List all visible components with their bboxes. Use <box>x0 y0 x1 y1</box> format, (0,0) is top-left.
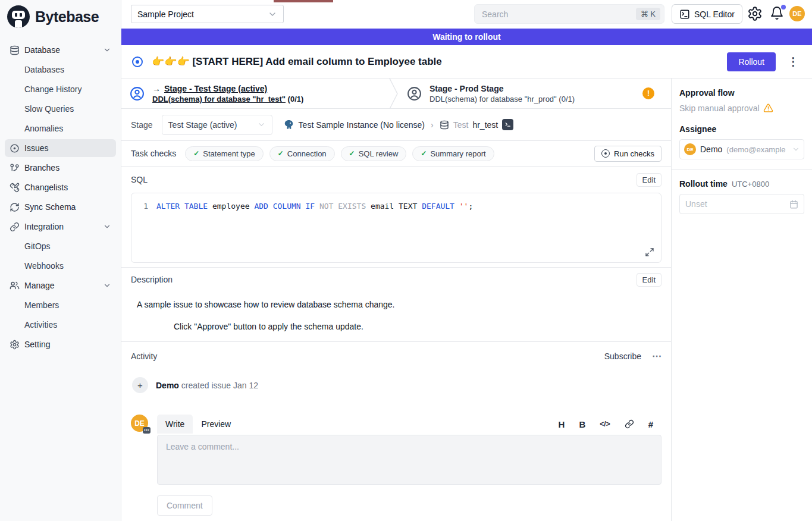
assignee-select[interactable]: DE Demo (demo@example <box>679 139 804 159</box>
open-sql-editor-icon[interactable] <box>502 119 513 130</box>
sidebar-item-branches[interactable]: Branches <box>5 159 116 177</box>
comment-submit-button[interactable]: Comment <box>157 495 212 516</box>
instance-link[interactable]: Test Sample Instance (No license) <box>299 120 425 130</box>
check-pill-sql-review[interactable]: ✓SQL review <box>341 146 407 161</box>
stage-separator-chevron <box>389 79 399 109</box>
stage-dropdown-value: Test Stage (active) <box>168 120 237 130</box>
sidebar-item-changelists[interactable]: Changelists <box>5 178 116 196</box>
users-icon <box>10 281 20 291</box>
calendar-icon <box>789 200 798 209</box>
approval-flow-title: Approval flow <box>679 88 804 98</box>
user-avatar[interactable]: DE <box>789 6 805 21</box>
stage-test-title: Stage - Test Stage (active) <box>164 84 267 93</box>
stage-label: Stage <box>131 120 153 130</box>
sidebar-item-members[interactable]: Members <box>5 296 116 314</box>
sidebar-item-webhooks[interactable]: Webhooks <box>5 257 116 275</box>
notification-dot <box>781 5 786 10</box>
ellipsis-menu-icon[interactable]: ⋯ <box>652 350 661 362</box>
hash-icon[interactable]: # <box>648 419 653 429</box>
issue-sidebar: Approval flow Skip manual approval Assig… <box>671 79 812 521</box>
rollout-time-value: Unset <box>685 199 707 209</box>
database-icon <box>440 120 449 130</box>
project-selector[interactable]: Sample Project <box>131 5 284 23</box>
comment-textarea[interactable] <box>157 435 661 485</box>
search-placeholder: Search <box>482 10 508 19</box>
sidebar-item-slow-queries[interactable]: Slow Queries <box>5 100 116 118</box>
task-checks-row: Task checks ✓Statement type ✓Connection … <box>121 141 671 167</box>
pencil-ruler-icon <box>10 183 20 193</box>
code-icon[interactable]: </> <box>600 420 610 428</box>
current-stage-arrow: → <box>152 84 161 93</box>
sidebar-item-manage[interactable]: Manage <box>5 277 116 294</box>
sql-code-block[interactable]: 1 ALTER TABLE employee ADD COLUMN IF NOT… <box>131 193 661 263</box>
stage-dropdown[interactable]: Test Stage (active) <box>162 115 272 135</box>
warning-triangle-icon <box>763 103 773 113</box>
description-section-header: Description Edit <box>121 268 671 291</box>
settings-gear-icon[interactable] <box>747 6 763 21</box>
top-bar: Sample Project Search ⌘ K SQL Editor DE <box>121 0 812 29</box>
run-checks-button[interactable]: Run checks <box>594 146 661 162</box>
database-link[interactable]: hr_test <box>472 120 498 130</box>
person-circle-icon <box>407 86 422 101</box>
check-icon: ✓ <box>421 149 427 158</box>
sql-section-header: SQL Edit <box>121 167 671 193</box>
sql-editor-button[interactable]: SQL Editor <box>672 4 742 24</box>
sidebar-item-anomalies[interactable]: Anomalies <box>5 120 116 137</box>
sidebar-item-integration[interactable]: Integration <box>5 218 116 236</box>
screen-artifact <box>274 0 333 2</box>
assignee-avatar: DE <box>684 143 696 155</box>
sidebar-item-change-history[interactable]: Change History <box>5 80 116 98</box>
assignee-name: Demo <box>700 145 722 154</box>
format-icons: H B </> # <box>559 419 661 429</box>
check-icon: ✓ <box>349 149 355 158</box>
tab-preview[interactable]: Preview <box>193 415 239 434</box>
sidebar-item-databases[interactable]: Databases <box>5 61 116 79</box>
description-edit-button[interactable]: Edit <box>637 273 661 287</box>
kebab-menu-icon[interactable]: ⋮ <box>788 56 799 67</box>
check-pill-statement-type[interactable]: ✓Statement type <box>185 146 264 161</box>
timezone-label: UTC+0800 <box>732 180 769 189</box>
brand-name: Bytebase <box>35 8 99 26</box>
search-input[interactable]: Search ⌘ K <box>474 4 664 24</box>
sidebar-label: Database <box>24 45 60 55</box>
main-content: →Stage - Test Stage (active) DDL(schema)… <box>121 79 671 521</box>
heading-icon[interactable]: H <box>559 419 565 429</box>
sidebar-item-setting[interactable]: Setting <box>5 335 116 353</box>
chevron-down-icon <box>257 120 266 129</box>
subscribe-button[interactable]: Subscribe <box>604 351 641 361</box>
comment-editor: Write Preview H B </> # Comment <box>157 415 661 516</box>
expand-icon[interactable] <box>645 247 654 257</box>
check-pill-connection[interactable]: ✓Connection <box>269 146 335 161</box>
rollout-button[interactable]: Rollout <box>727 52 776 71</box>
sidebar-item-activities[interactable]: Activities <box>5 316 116 334</box>
description-label: Description <box>131 275 173 284</box>
notifications-bell-icon[interactable] <box>770 6 785 21</box>
database-breadcrumb: Test Sample Instance (No license) › Test… <box>283 119 514 130</box>
sidebar-item-database[interactable]: Database <box>5 41 116 59</box>
chevron-down-icon <box>792 145 800 153</box>
stage-prod-title: Stage - Prod Stage <box>429 84 575 93</box>
chevron-down-icon <box>268 10 277 19</box>
sidebar-item-gitops[interactable]: GitOps <box>5 237 116 255</box>
stage-card-test[interactable]: →Stage - Test Stage (active) DDL(schema)… <box>121 79 389 108</box>
stage-pipeline: →Stage - Test Stage (active) DDL(schema)… <box>121 79 671 109</box>
bytebase-logo-icon <box>7 5 30 28</box>
database-icon <box>10 45 20 55</box>
stage-card-prod[interactable]: Stage - Prod Stage DDL(schema) for datab… <box>399 79 671 108</box>
sidebar-item-sync-schema[interactable]: Sync Schema <box>5 198 116 216</box>
sql-label: SQL <box>131 175 148 184</box>
sql-editor-label: SQL Editor <box>694 10 735 19</box>
chat-bubble-icon: ••• <box>143 427 151 434</box>
sidebar-item-issues[interactable]: Issues <box>5 139 116 157</box>
link-icon[interactable] <box>625 419 634 429</box>
bold-icon[interactable]: B <box>579 419 585 429</box>
check-pill-summary-report[interactable]: ✓Summary report <box>412 146 494 161</box>
sql-edit-button[interactable]: Edit <box>637 173 661 187</box>
brand-logo[interactable]: Bytebase <box>0 0 121 33</box>
stage-select-row: Stage Test Stage (active) Test Sample In… <box>121 109 671 141</box>
rollout-time-input[interactable]: Unset <box>679 194 804 214</box>
sync-icon <box>10 202 20 212</box>
tab-write[interactable]: Write <box>157 415 193 434</box>
check-icon: ✓ <box>193 149 199 158</box>
search-shortcut-badge: ⌘ K <box>636 8 660 20</box>
